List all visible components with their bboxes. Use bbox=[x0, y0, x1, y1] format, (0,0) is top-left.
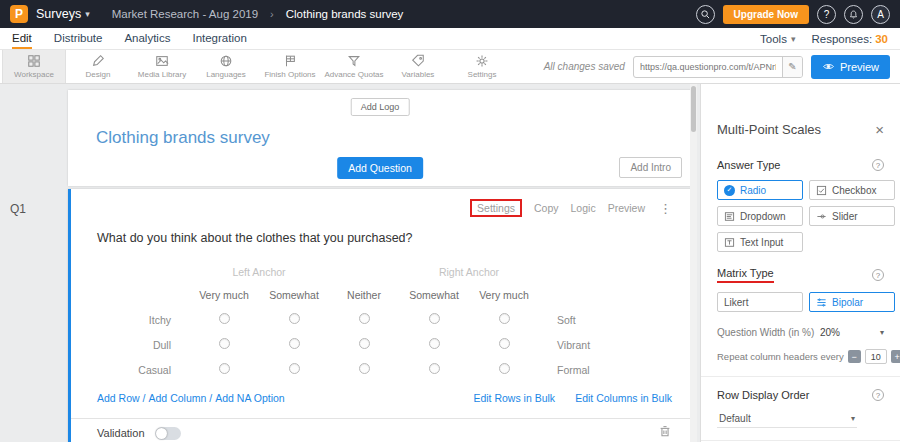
separator: / bbox=[143, 392, 146, 404]
question-copy-button[interactable]: Copy bbox=[534, 202, 559, 214]
close-icon[interactable]: × bbox=[875, 122, 884, 137]
breadcrumb-separator: › bbox=[270, 8, 274, 20]
radio-option[interactable] bbox=[359, 338, 370, 349]
vertical-scrollbar[interactable] bbox=[690, 84, 697, 442]
row-right-label: Vibrant bbox=[539, 332, 649, 357]
settings-sidebar: Multi-Point Scales × Answer Type ? Radio… bbox=[700, 84, 900, 442]
validation-toggle[interactable] bbox=[155, 427, 181, 440]
scale-label: Somewhat bbox=[399, 283, 469, 307]
answer-type-checkbox[interactable]: Checkbox bbox=[809, 180, 895, 200]
increment-button[interactable]: + bbox=[891, 350, 900, 363]
scale-label: Very much bbox=[469, 283, 539, 307]
answer-type-text-input[interactable]: Text Input bbox=[717, 232, 803, 252]
row-right-label: Formal bbox=[539, 357, 649, 382]
search-button[interactable] bbox=[696, 5, 715, 24]
gear-icon bbox=[475, 54, 489, 68]
radio-option[interactable] bbox=[289, 313, 300, 324]
radio-option[interactable] bbox=[219, 313, 230, 324]
radio-option[interactable] bbox=[499, 363, 510, 374]
radio-option[interactable] bbox=[289, 363, 300, 374]
scrollbar-thumb[interactable] bbox=[691, 86, 696, 132]
tool-workspace[interactable]: Workspace bbox=[2, 50, 66, 83]
matrix-type-likert[interactable]: Likert bbox=[717, 292, 803, 312]
decrement-button[interactable]: − bbox=[848, 350, 861, 363]
survey-url-box: ✎ bbox=[633, 56, 803, 78]
add-question-button[interactable]: Add Question bbox=[337, 157, 423, 179]
repeat-rows-input[interactable] bbox=[865, 349, 887, 364]
edit-columns-bulk-link[interactable]: Edit Columns in Bulk bbox=[575, 392, 672, 404]
answer-type-radio[interactable]: Radio bbox=[717, 180, 803, 200]
matrix-row: Itchy Soft bbox=[97, 307, 649, 332]
add-na-option-link[interactable]: Add NA Option bbox=[215, 392, 284, 404]
question-logic-button[interactable]: Logic bbox=[571, 202, 596, 214]
radio-option[interactable] bbox=[499, 313, 510, 324]
survey-url-input[interactable] bbox=[634, 62, 782, 72]
add-row-link[interactable]: Add Row bbox=[97, 392, 140, 404]
checkbox-icon bbox=[816, 185, 827, 196]
radio-option[interactable] bbox=[429, 363, 440, 374]
tool-design[interactable]: Design bbox=[66, 50, 130, 83]
help-icon[interactable]: ? bbox=[872, 269, 884, 281]
help-icon[interactable]: ? bbox=[872, 389, 884, 401]
tool-media-library[interactable]: Media Library bbox=[130, 50, 194, 83]
help-icon[interactable]: ? bbox=[872, 159, 884, 171]
menu-distribute[interactable]: Distribute bbox=[54, 28, 103, 49]
menu-integration[interactable]: Integration bbox=[192, 28, 246, 49]
dropdown-icon bbox=[724, 211, 735, 222]
tool-settings[interactable]: Settings bbox=[450, 50, 514, 83]
question-preview-button[interactable]: Preview bbox=[608, 202, 645, 214]
surveys-menu[interactable]: Surveys ▾ bbox=[36, 7, 90, 21]
edit-rows-bulk-link[interactable]: Edit Rows in Bulk bbox=[473, 392, 555, 404]
tools-menu[interactable]: Tools ▾ bbox=[760, 33, 795, 45]
radio-option[interactable] bbox=[289, 338, 300, 349]
delete-question-button[interactable] bbox=[658, 424, 672, 442]
notifications-button[interactable] bbox=[844, 5, 863, 24]
surveys-menu-label: Surveys bbox=[36, 7, 81, 21]
app-logo[interactable]: P bbox=[10, 5, 28, 23]
radio-option[interactable] bbox=[429, 313, 440, 324]
question-width-select[interactable]: 20% ▾ bbox=[820, 327, 884, 338]
answer-type-slider[interactable]: Slider bbox=[809, 206, 895, 226]
question-text[interactable]: What do you think about the clothes that… bbox=[97, 231, 672, 245]
builder-toolbar: Workspace Design Media Library Languages… bbox=[0, 50, 900, 84]
edit-url-button[interactable]: ✎ bbox=[782, 56, 802, 78]
finish-options-icon bbox=[283, 54, 297, 68]
radio-option[interactable] bbox=[219, 338, 230, 349]
menu-analytics[interactable]: Analytics bbox=[124, 28, 170, 49]
more-options-icon[interactable]: ⋮ bbox=[659, 201, 672, 216]
help-button[interactable]: ? bbox=[817, 5, 836, 24]
option-label: Dropdown bbox=[740, 211, 786, 222]
row-right-label: Soft bbox=[539, 307, 649, 332]
radio-option[interactable] bbox=[499, 338, 510, 349]
tool-variables[interactable]: Variables bbox=[386, 50, 450, 83]
responses-link[interactable]: Responses:30 bbox=[811, 33, 888, 45]
option-label: Slider bbox=[832, 211, 858, 222]
upgrade-now-button[interactable]: Upgrade Now bbox=[723, 5, 809, 24]
row-display-order-select[interactable]: Default ▾ bbox=[717, 410, 857, 428]
question-settings-button[interactable]: Settings bbox=[470, 199, 522, 217]
tool-finish-options[interactable]: Finish Options bbox=[258, 50, 322, 83]
menu-edit[interactable]: Edit bbox=[12, 28, 32, 49]
radio-option[interactable] bbox=[359, 363, 370, 374]
add-logo-button[interactable]: Add Logo bbox=[351, 98, 410, 116]
breadcrumb-survey: Clothing brands survey bbox=[286, 8, 404, 20]
avatar[interactable]: A bbox=[871, 5, 890, 24]
add-intro-button[interactable]: Add Intro bbox=[619, 157, 682, 178]
row-left-label: Itchy bbox=[97, 307, 189, 332]
survey-title[interactable]: Clothing brands survey bbox=[96, 128, 270, 148]
preview-button[interactable]: Preview bbox=[811, 55, 890, 79]
radio-option[interactable] bbox=[429, 338, 440, 349]
matrix-type-bipolar[interactable]: Bipolar bbox=[809, 292, 895, 312]
radio-option[interactable] bbox=[359, 313, 370, 324]
preview-label: Preview bbox=[840, 61, 879, 73]
slider-icon bbox=[816, 211, 827, 222]
tool-advance-quotas[interactable]: Advance Quotas bbox=[322, 50, 386, 83]
option-label: Bipolar bbox=[832, 297, 863, 308]
add-column-link[interactable]: Add Column bbox=[149, 392, 207, 404]
radio-icon bbox=[724, 185, 735, 196]
radio-option[interactable] bbox=[219, 363, 230, 374]
chevron-down-icon: ▾ bbox=[851, 414, 855, 423]
tool-languages[interactable]: Languages bbox=[194, 50, 258, 83]
breadcrumb-folder[interactable]: Market Research - Aug 2019 bbox=[112, 8, 258, 20]
answer-type-dropdown[interactable]: Dropdown bbox=[717, 206, 803, 226]
